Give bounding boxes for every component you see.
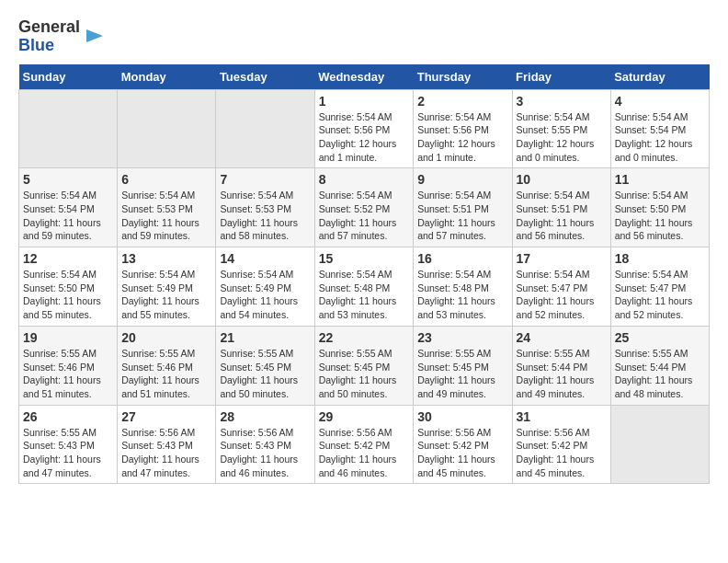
day-info: Sunrise: 5:54 AMSunset: 5:48 PMDaylight:… [319, 268, 410, 322]
day-info: Sunrise: 5:54 AMSunset: 5:53 PMDaylight:… [220, 189, 310, 243]
week-row-0: 1Sunrise: 5:54 AMSunset: 5:56 PMDaylight… [19, 89, 710, 168]
day-number: 13 [121, 251, 211, 266]
col-header-tuesday: Tuesday [216, 64, 314, 90]
day-number: 14 [220, 251, 310, 266]
day-number: 15 [319, 251, 410, 266]
day-number: 22 [319, 330, 410, 345]
day-info: Sunrise: 5:55 AMSunset: 5:46 PMDaylight:… [121, 347, 211, 401]
calendar-cell [610, 405, 709, 484]
day-info: Sunrise: 5:54 AMSunset: 5:47 PMDaylight:… [517, 268, 607, 322]
day-info: Sunrise: 5:54 AMSunset: 5:56 PMDaylight:… [417, 110, 507, 165]
day-info: Sunrise: 5:54 AMSunset: 5:50 PMDaylight:… [615, 189, 705, 243]
day-number: 19 [23, 330, 113, 345]
day-info: Sunrise: 5:55 AMSunset: 5:45 PMDaylight:… [319, 347, 410, 401]
week-row-1: 5Sunrise: 5:54 AMSunset: 5:54 PMDaylight… [19, 168, 710, 247]
calendar-cell: 13Sunrise: 5:54 AMSunset: 5:49 PMDayligh… [118, 247, 216, 327]
day-info: Sunrise: 5:54 AMSunset: 5:51 PMDaylight:… [517, 189, 607, 243]
day-info: Sunrise: 5:54 AMSunset: 5:49 PMDaylight:… [220, 268, 310, 322]
header-row: SundayMondayTuesdayWednesdayThursdayFrid… [19, 64, 710, 90]
calendar-cell: 6Sunrise: 5:54 AMSunset: 5:53 PMDaylight… [118, 168, 216, 247]
calendar-cell: 22Sunrise: 5:55 AMSunset: 5:45 PMDayligh… [314, 326, 414, 405]
calendar-cell: 18Sunrise: 5:54 AMSunset: 5:47 PMDayligh… [610, 247, 709, 327]
day-info: Sunrise: 5:55 AMSunset: 5:44 PMDaylight:… [517, 347, 607, 401]
day-info: Sunrise: 5:56 AMSunset: 5:42 PMDaylight:… [319, 426, 410, 480]
calendar-cell: 14Sunrise: 5:54 AMSunset: 5:49 PMDayligh… [216, 247, 314, 327]
calendar-cell: 26Sunrise: 5:55 AMSunset: 5:43 PMDayligh… [19, 405, 118, 484]
calendar-cell: 27Sunrise: 5:56 AMSunset: 5:43 PMDayligh… [118, 405, 216, 484]
day-number: 24 [517, 330, 607, 345]
day-number: 16 [417, 251, 507, 266]
logo-line1: General [18, 18, 80, 37]
col-header-friday: Friday [512, 64, 610, 90]
calendar-cell: 23Sunrise: 5:55 AMSunset: 5:45 PMDayligh… [414, 326, 512, 405]
day-number: 18 [615, 251, 705, 266]
day-info: Sunrise: 5:54 AMSunset: 5:47 PMDaylight:… [615, 268, 705, 322]
day-number: 4 [615, 94, 705, 109]
day-info: Sunrise: 5:54 AMSunset: 5:52 PMDaylight:… [319, 189, 410, 243]
calendar-cell: 10Sunrise: 5:54 AMSunset: 5:51 PMDayligh… [512, 168, 610, 247]
week-row-3: 19Sunrise: 5:55 AMSunset: 5:46 PMDayligh… [19, 326, 710, 405]
calendar-cell: 21Sunrise: 5:55 AMSunset: 5:45 PMDayligh… [216, 326, 314, 405]
day-number: 3 [517, 94, 607, 109]
col-header-saturday: Saturday [610, 64, 709, 90]
logo-line2: Blue [18, 37, 80, 55]
calendar-cell: 19Sunrise: 5:55 AMSunset: 5:46 PMDayligh… [19, 326, 118, 405]
day-number: 12 [23, 251, 113, 266]
calendar-cell: 2Sunrise: 5:54 AMSunset: 5:56 PMDaylight… [414, 89, 512, 168]
day-info: Sunrise: 5:55 AMSunset: 5:45 PMDaylight:… [220, 347, 310, 401]
calendar-cell: 9Sunrise: 5:54 AMSunset: 5:51 PMDaylight… [414, 168, 512, 247]
day-number: 5 [23, 172, 113, 187]
day-number: 6 [121, 172, 211, 187]
day-number: 20 [121, 330, 211, 345]
logo: General Blue [18, 18, 105, 55]
day-number: 7 [220, 172, 310, 187]
day-info: Sunrise: 5:54 AMSunset: 5:48 PMDaylight:… [417, 268, 507, 322]
day-info: Sunrise: 5:54 AMSunset: 5:49 PMDaylight:… [121, 268, 211, 322]
day-info: Sunrise: 5:56 AMSunset: 5:43 PMDaylight:… [121, 426, 211, 480]
calendar-cell [19, 89, 118, 168]
calendar-cell: 1Sunrise: 5:54 AMSunset: 5:56 PMDaylight… [314, 89, 414, 168]
calendar-cell: 4Sunrise: 5:54 AMSunset: 5:54 PMDaylight… [610, 89, 709, 168]
col-header-monday: Monday [118, 64, 216, 90]
header: General Blue [18, 18, 710, 55]
calendar-cell [118, 89, 216, 168]
day-info: Sunrise: 5:54 AMSunset: 5:54 PMDaylight:… [615, 110, 705, 165]
calendar-cell: 24Sunrise: 5:55 AMSunset: 5:44 PMDayligh… [512, 326, 610, 405]
calendar-cell: 28Sunrise: 5:56 AMSunset: 5:43 PMDayligh… [216, 405, 314, 484]
day-info: Sunrise: 5:54 AMSunset: 5:53 PMDaylight:… [121, 189, 211, 243]
calendar-cell: 5Sunrise: 5:54 AMSunset: 5:54 PMDaylight… [19, 168, 118, 247]
svg-marker-0 [86, 29, 103, 42]
day-info: Sunrise: 5:54 AMSunset: 5:55 PMDaylight:… [517, 110, 607, 165]
col-header-thursday: Thursday [414, 64, 512, 90]
day-number: 29 [319, 409, 410, 424]
day-info: Sunrise: 5:55 AMSunset: 5:46 PMDaylight:… [23, 347, 113, 401]
day-number: 2 [417, 94, 507, 109]
calendar-cell: 12Sunrise: 5:54 AMSunset: 5:50 PMDayligh… [19, 247, 118, 327]
day-info: Sunrise: 5:54 AMSunset: 5:56 PMDaylight:… [319, 110, 410, 165]
day-info: Sunrise: 5:56 AMSunset: 5:42 PMDaylight:… [417, 426, 507, 480]
day-number: 27 [121, 409, 211, 424]
day-number: 1 [319, 94, 410, 109]
calendar-cell: 3Sunrise: 5:54 AMSunset: 5:55 PMDaylight… [512, 89, 610, 168]
calendar-cell: 31Sunrise: 5:56 AMSunset: 5:42 PMDayligh… [512, 405, 610, 484]
calendar-cell: 8Sunrise: 5:54 AMSunset: 5:52 PMDaylight… [314, 168, 414, 247]
week-row-4: 26Sunrise: 5:55 AMSunset: 5:43 PMDayligh… [19, 405, 710, 484]
calendar-cell [216, 89, 314, 168]
day-info: Sunrise: 5:54 AMSunset: 5:54 PMDaylight:… [23, 189, 113, 243]
day-number: 23 [417, 330, 507, 345]
calendar-cell: 20Sunrise: 5:55 AMSunset: 5:46 PMDayligh… [118, 326, 216, 405]
day-number: 30 [417, 409, 507, 424]
day-number: 10 [517, 172, 607, 187]
day-info: Sunrise: 5:56 AMSunset: 5:43 PMDaylight:… [220, 426, 310, 480]
logo-icon [85, 26, 105, 46]
day-info: Sunrise: 5:56 AMSunset: 5:42 PMDaylight:… [517, 426, 607, 480]
col-header-sunday: Sunday [19, 64, 118, 90]
day-info: Sunrise: 5:55 AMSunset: 5:44 PMDaylight:… [615, 347, 705, 401]
day-number: 25 [615, 330, 705, 345]
week-row-2: 12Sunrise: 5:54 AMSunset: 5:50 PMDayligh… [19, 247, 710, 327]
calendar-cell: 30Sunrise: 5:56 AMSunset: 5:42 PMDayligh… [414, 405, 512, 484]
calendar-cell: 11Sunrise: 5:54 AMSunset: 5:50 PMDayligh… [610, 168, 709, 247]
calendar-cell: 29Sunrise: 5:56 AMSunset: 5:42 PMDayligh… [314, 405, 414, 484]
calendar-table: SundayMondayTuesdayWednesdayThursdayFrid… [18, 64, 710, 485]
calendar-cell: 25Sunrise: 5:55 AMSunset: 5:44 PMDayligh… [610, 326, 709, 405]
